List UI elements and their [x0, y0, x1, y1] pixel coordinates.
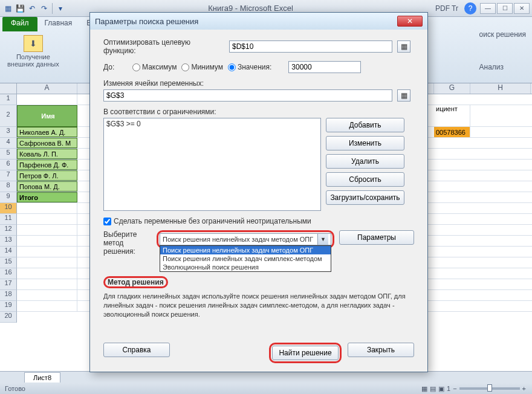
row-hdr[interactable]: 16: [0, 268, 17, 279]
reset-button[interactable]: Сбросить: [326, 172, 404, 187]
row-headers: 1 2 3 4 5 6 7 8 9 10 11 12 13 14 15 16 1…: [0, 94, 17, 323]
dialog-close-button[interactable]: ✕: [397, 16, 423, 27]
redo-icon[interactable]: ↷: [39, 3, 50, 14]
col-a[interactable]: A: [17, 83, 77, 94]
constraint-item[interactable]: $G$3 >= 0: [106, 120, 318, 128]
zoom-out-icon[interactable]: −: [453, 385, 456, 392]
row-hdr[interactable]: 5: [0, 149, 17, 160]
row-hdr[interactable]: 10: [0, 203, 17, 214]
col-g[interactable]: G: [434, 83, 470, 94]
grid-icon: ▦: [401, 91, 407, 100]
external-data-button[interactable]: ⬇ Получение внешних данных: [5, 34, 62, 69]
grid-icon: ▦: [401, 42, 407, 51]
quick-access-toolbar: ▦ 💾 ↶ ↷ ▾: [2, 3, 66, 14]
name-cell[interactable]: Николаев А. Д.: [17, 127, 77, 137]
zoom-in-icon[interactable]: +: [522, 385, 526, 392]
status-bar: Готово ▦ ▤ ▣ 1 − +: [0, 383, 532, 394]
delete-button[interactable]: Удалить: [326, 154, 404, 169]
row-hdr[interactable]: 13: [0, 236, 17, 247]
value-input[interactable]: [288, 61, 361, 73]
nonneg-checkbox[interactable]: Сделать переменные без ограничений неотр…: [103, 217, 414, 225]
row-hdr[interactable]: 11: [0, 214, 17, 225]
row-hdr[interactable]: 4: [0, 138, 17, 149]
row-hdr[interactable]: 17: [0, 279, 17, 290]
zoom-slider[interactable]: [459, 387, 520, 390]
minimize-button[interactable]: —: [480, 3, 496, 14]
file-tab[interactable]: Файл: [2, 17, 37, 31]
vars-input[interactable]: [103, 89, 392, 102]
row-hdr[interactable]: 14: [0, 247, 17, 257]
maximize-button[interactable]: ☐: [497, 3, 513, 14]
cell-ref-button[interactable]: ▦: [397, 89, 410, 102]
row-hdr[interactable]: 2: [0, 105, 17, 127]
constraints-label: В соответствии с ограничениями:: [103, 108, 414, 116]
optimize-label: Оптимизировать целевую функцию:: [103, 38, 224, 55]
solve-button[interactable]: Найти решение: [272, 346, 339, 360]
qat-dropdown-icon[interactable]: ▾: [55, 3, 66, 14]
method-dropdown: Поиск решения нелинейных задач методом О…: [160, 245, 331, 272]
dropdown-item[interactable]: Поиск решения линейных задач симплекс-ме…: [160, 254, 331, 263]
row-hdr[interactable]: 12: [0, 225, 17, 236]
method-description: Для гладких нелинейных задач используйте…: [103, 292, 414, 319]
excel-icon[interactable]: ▦: [2, 3, 13, 14]
name-cell[interactable]: Парфенов Д. Ф.: [17, 160, 77, 170]
col-h[interactable]: H: [470, 83, 531, 94]
target-cell-input[interactable]: [229, 40, 392, 53]
row-hdr[interactable]: 18: [0, 290, 17, 301]
name-cell[interactable]: Коваль Л. П.: [17, 149, 77, 159]
loadsave-button[interactable]: Загрузить/сохранить: [326, 190, 404, 205]
coef-cell[interactable]: 00578366: [434, 127, 470, 137]
close-button[interactable]: Закрыть: [348, 343, 414, 357]
name-cell[interactable]: Петров Ф. Л.: [17, 170, 77, 181]
total-cell[interactable]: Итого: [17, 192, 77, 202]
sheet-tab-bar: Лист8: [0, 371, 532, 383]
header-name-cell[interactable]: Имя: [17, 105, 77, 127]
dialog-title-bar[interactable]: Параметры поиска решения ✕: [90, 13, 427, 30]
help-button[interactable]: Справка: [103, 343, 170, 357]
save-icon[interactable]: 💾: [15, 3, 25, 14]
dropdown-item[interactable]: Поиск решения нелинейных задач методом О…: [160, 246, 331, 254]
view-pagebreak-icon[interactable]: ▣: [438, 385, 444, 393]
external-data-icon: ⬇: [24, 35, 43, 52]
change-button[interactable]: Изменить: [326, 136, 404, 150]
constraints-list[interactable]: $G$3 >= 0: [103, 118, 321, 211]
method-group-label: Метод решения: [108, 278, 164, 286]
dropdown-item[interactable]: Эволюционный поиск решения: [160, 263, 331, 271]
row-hdr[interactable]: 20: [0, 312, 17, 323]
name-cell[interactable]: Попова М. Д.: [17, 181, 77, 192]
row-hdr[interactable]: 19: [0, 301, 17, 312]
row-hdr[interactable]: 7: [0, 170, 17, 181]
add-button[interactable]: Добавить: [326, 118, 404, 132]
undo-icon[interactable]: ↶: [27, 3, 37, 14]
tab-home[interactable]: Главная: [37, 17, 80, 31]
help-icon[interactable]: ?: [464, 2, 476, 15]
view-normal-icon[interactable]: ▦: [421, 385, 427, 393]
method-select[interactable]: Поиск решения нелинейных задач методом О…: [160, 233, 331, 245]
row-hdr[interactable]: 8: [0, 181, 17, 192]
close-button[interactable]: ✕: [514, 3, 530, 14]
dialog-title: Параметры поиска решения: [95, 17, 198, 26]
view-layout-icon[interactable]: ▤: [430, 385, 436, 393]
radio-max[interactable]: Максимум: [132, 63, 177, 71]
radio-value[interactable]: Значения:: [228, 63, 271, 71]
cell[interactable]: [17, 94, 77, 105]
cell-ref-button[interactable]: ▦: [397, 40, 410, 53]
row-hdr[interactable]: 15: [0, 257, 17, 268]
chevron-down-icon[interactable]: ▼: [317, 234, 328, 245]
pdf-label: PDF Tr: [435, 4, 458, 13]
solver-label: оиск решения: [479, 30, 526, 39]
vars-label: Изменяя ячейки переменных:: [103, 79, 414, 88]
coef-label-cell[interactable]: ициент: [434, 105, 470, 126]
row-hdr[interactable]: 6: [0, 160, 17, 170]
row-hdr[interactable]: 3: [0, 127, 17, 138]
analysis-label: Анализ: [479, 63, 526, 71]
name-cell[interactable]: Сафронова В. М: [17, 138, 77, 148]
sheet-tab[interactable]: Лист8: [24, 372, 60, 383]
row-hdr[interactable]: 9: [0, 192, 17, 203]
params-button[interactable]: Параметры: [339, 230, 414, 245]
solver-dialog: Параметры поиска решения ✕ Оптимизироват…: [89, 12, 428, 372]
row-hdr[interactable]: 1: [0, 94, 17, 105]
radio-min[interactable]: Минимум: [181, 63, 223, 71]
ribbon-group-external-data: ⬇ Получение внешних данных: [5, 34, 62, 81]
to-label: До:: [103, 63, 128, 71]
